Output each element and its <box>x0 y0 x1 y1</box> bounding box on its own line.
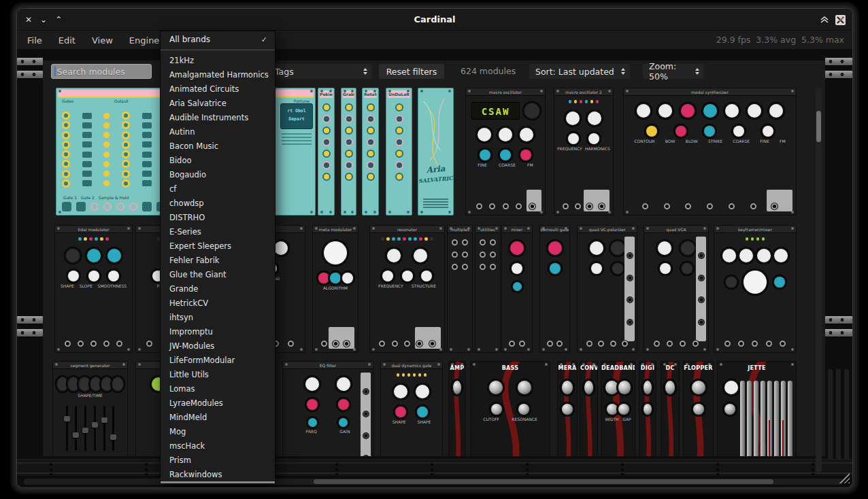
module-card-amp[interactable]: AMP <box>448 361 466 456</box>
knob[interactable] <box>733 126 744 137</box>
brand-item-grande[interactable]: Grande <box>161 282 275 296</box>
jack[interactable] <box>699 320 704 325</box>
pad[interactable] <box>142 202 152 211</box>
jack[interactable] <box>65 341 71 347</box>
vertical-scrollbar[interactable] <box>816 88 822 472</box>
knob[interactable] <box>605 381 618 394</box>
knob[interactable] <box>739 249 753 262</box>
jack[interactable] <box>654 341 660 347</box>
slider-handle[interactable] <box>92 422 98 428</box>
encoder-knob[interactable] <box>524 103 539 118</box>
slider[interactable] <box>94 406 96 451</box>
brand-item-bacon-music[interactable]: Bacon Music <box>161 139 275 154</box>
brand-item-bidoo[interactable]: Bidoo <box>161 154 275 168</box>
knob[interactable] <box>394 385 407 398</box>
brand-item-chowdsp[interactable]: chowdsp <box>161 196 275 211</box>
jack[interactable] <box>476 203 482 209</box>
jack[interactable] <box>680 341 686 347</box>
jack[interactable] <box>509 341 515 347</box>
menu-edit[interactable]: Edit <box>59 35 76 46</box>
knob[interactable] <box>590 241 603 255</box>
knob[interactable] <box>724 404 735 415</box>
brand-item-impromptu[interactable]: Impromptu <box>161 325 275 339</box>
module-card-eq-filter[interactable]: EQ filterFREQGAIN <box>282 361 373 456</box>
menu-file[interactable]: File <box>27 35 42 46</box>
jack[interactable] <box>599 203 605 209</box>
knob[interactable] <box>512 263 522 274</box>
knob[interactable] <box>367 126 375 135</box>
brand-item-rackwindows[interactable]: Rackwindows <box>161 468 275 482</box>
jack[interactable] <box>724 341 731 347</box>
jack[interactable] <box>556 341 563 347</box>
knob[interactable] <box>322 126 331 135</box>
knob[interactable] <box>618 404 629 415</box>
jack[interactable] <box>345 138 353 146</box>
knob[interactable] <box>744 271 767 294</box>
module-card-modal-synthesizer[interactable]: modal synthesizerCONTOURBOWBLOWSTRIKECOA… <box>623 88 797 216</box>
jack[interactable] <box>752 341 758 347</box>
jack[interactable] <box>116 341 122 347</box>
module-card-meta-modulator[interactable]: meta modulatorALGORITHM <box>312 225 358 353</box>
knob[interactable] <box>646 126 657 137</box>
horizontal-scrollbar-thumb[interactable] <box>314 479 773 484</box>
module-card-bernoulli-gate[interactable]: bernoulli gate <box>539 225 570 353</box>
knob[interactable] <box>62 179 70 188</box>
jack[interactable] <box>395 138 403 146</box>
menu-engine[interactable]: Engine <box>129 35 160 46</box>
knob[interactable] <box>644 381 652 394</box>
knob[interactable] <box>588 133 599 144</box>
jack[interactable] <box>780 341 786 347</box>
knob[interactable] <box>382 271 393 281</box>
module-card-utilities[interactable]: utilities <box>475 225 501 353</box>
jack[interactable] <box>129 203 137 211</box>
knob[interactable] <box>305 377 319 391</box>
knob[interactable] <box>417 407 428 417</box>
jack[interactable] <box>699 275 704 281</box>
jack[interactable] <box>452 239 458 245</box>
brand-item-bogaudio[interactable]: Bogaudio <box>161 168 275 182</box>
module-card-grabby[interactable]: Grabby <box>341 88 356 216</box>
menu-scroll-indicator[interactable] <box>161 481 275 484</box>
module-card-conv[interactable]: CONV <box>580 361 598 456</box>
brand-item-audible-instruments[interactable]: Audible Instruments <box>161 111 275 125</box>
jack[interactable] <box>322 115 331 123</box>
jack[interactable] <box>699 297 704 303</box>
knob[interactable] <box>387 249 401 262</box>
knob[interactable] <box>337 377 350 391</box>
brand-item-mschack[interactable]: mscHack <box>161 439 275 453</box>
module-card-dc[interactable]: DC <box>661 361 680 456</box>
knob[interactable] <box>726 277 737 288</box>
rollup-icon[interactable] <box>820 15 829 24</box>
jack[interactable] <box>667 341 673 347</box>
slider[interactable] <box>84 406 86 451</box>
jack[interactable] <box>345 115 353 123</box>
jack[interactable] <box>78 341 84 347</box>
jack[interactable] <box>116 203 124 211</box>
jack[interactable] <box>363 389 369 394</box>
jack[interactable] <box>363 455 369 456</box>
knob[interactable] <box>584 381 593 394</box>
module-card-resonator[interactable]: resonatorFREQUENCYSTRUCTURE <box>369 225 445 353</box>
brand-item-fehler-fabrik[interactable]: Fehler Fabrik <box>161 254 275 268</box>
jack[interactable] <box>490 264 496 270</box>
module-card-rotatoes[interactable]: Rotatoes <box>362 88 379 216</box>
brand-item-all[interactable]: All brands ✓ <box>161 31 275 47</box>
knob[interactable] <box>591 263 602 274</box>
module-card-aria-salvatrice[interactable]: AriaSALVATRICE <box>418 88 454 216</box>
knob[interactable] <box>79 377 90 391</box>
knob[interactable] <box>562 404 573 415</box>
knob[interactable] <box>66 249 80 262</box>
jack[interactable] <box>575 203 581 209</box>
slider-handle[interactable] <box>110 434 116 440</box>
knob[interactable] <box>520 128 533 141</box>
slider[interactable] <box>112 406 114 451</box>
knob[interactable] <box>274 241 288 255</box>
knob[interactable] <box>644 404 652 415</box>
jack[interactable] <box>610 341 616 347</box>
knob[interactable] <box>520 150 531 160</box>
brand-item-prism[interactable]: Prism <box>161 453 275 468</box>
knob[interactable] <box>122 131 130 139</box>
knob[interactable] <box>62 141 70 149</box>
module-card-mera[interactable]: MERA <box>557 361 578 456</box>
module-card-digi[interactable]: DIGI <box>639 361 656 456</box>
